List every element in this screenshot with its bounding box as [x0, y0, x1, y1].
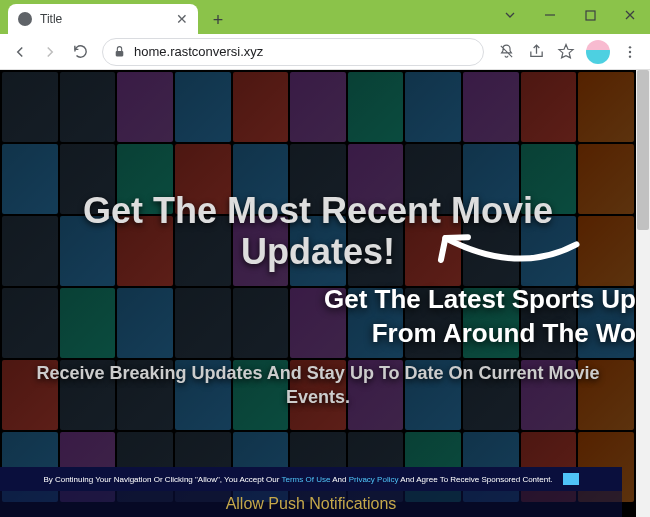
address-bar[interactable]: home.rastconversi.xyz — [102, 38, 484, 66]
notifications-muted-icon[interactable] — [492, 38, 520, 66]
browser-tab[interactable]: Title ✕ — [8, 4, 198, 34]
reload-button[interactable] — [66, 38, 94, 66]
maximize-button[interactable] — [570, 0, 610, 30]
consent-bar: By Continuing Your Navigation Or Clickin… — [0, 467, 622, 491]
scrollbar[interactable] — [636, 70, 650, 517]
profile-avatar[interactable] — [586, 40, 610, 64]
page-content: Get The Most Recent Movie Updates! Get T… — [0, 70, 636, 517]
menu-icon[interactable] — [616, 38, 644, 66]
new-tab-button[interactable]: + — [204, 6, 232, 34]
close-tab-icon[interactable]: ✕ — [176, 11, 188, 27]
share-icon[interactable] — [522, 38, 550, 66]
hero-subtext: Receive Breaking Updates And Stay Up To … — [20, 362, 616, 409]
window-controls — [490, 0, 650, 30]
overlay-text: Get The Most Recent Movie Updates! Get T… — [0, 70, 636, 517]
consent-button[interactable] — [563, 473, 579, 485]
terms-link[interactable]: Terms Of Use — [281, 475, 330, 484]
push-notifications-bar: Allow Push Notifications — [0, 491, 622, 517]
viewport: Get The Most Recent Movie Updates! Get T… — [0, 70, 650, 517]
svg-point-4 — [629, 50, 631, 52]
scrollbar-thumb[interactable] — [637, 70, 649, 230]
close-window-button[interactable] — [610, 0, 650, 30]
svg-rect-1 — [586, 11, 595, 20]
consent-text: By Continuing Your Navigation Or Clickin… — [43, 475, 552, 484]
push-title: Allow Push Notifications — [226, 495, 397, 513]
browser-window: Title ✕ + home.rastconversi.xyz — [0, 0, 650, 517]
caret-down-icon[interactable] — [490, 0, 530, 30]
favicon-icon — [18, 12, 32, 26]
lock-icon — [113, 45, 126, 58]
svg-rect-2 — [116, 51, 124, 56]
svg-point-5 — [629, 55, 631, 57]
minimize-button[interactable] — [530, 0, 570, 30]
tab-title: Title — [40, 12, 168, 26]
back-button[interactable] — [6, 38, 34, 66]
url-text: home.rastconversi.xyz — [134, 44, 473, 59]
hero2-line2: From Around The Wo — [372, 318, 636, 348]
bookmark-star-icon[interactable] — [552, 38, 580, 66]
toolbar: home.rastconversi.xyz — [0, 34, 650, 70]
svg-point-3 — [629, 46, 631, 48]
privacy-link[interactable]: Privacy Policy — [349, 475, 399, 484]
forward-button[interactable] — [36, 38, 64, 66]
titlebar: Title ✕ + — [0, 0, 650, 34]
